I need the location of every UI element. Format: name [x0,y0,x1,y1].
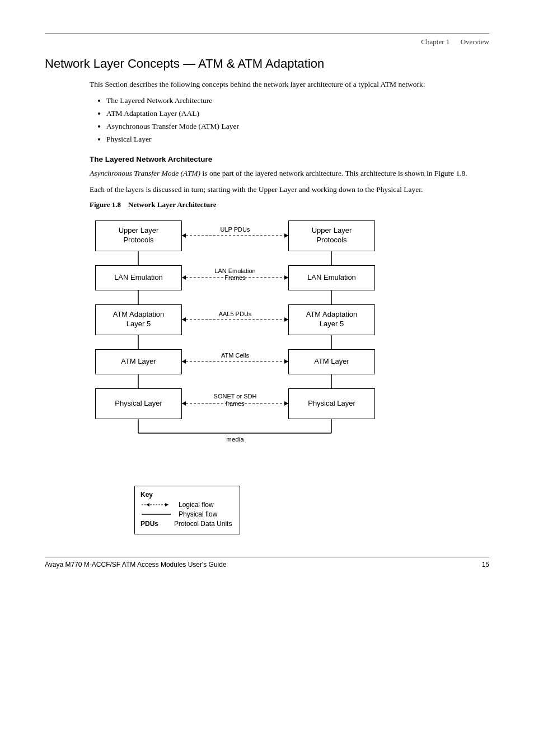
body-para2: Each of the layers is discussed in turn;… [90,184,489,196]
list-item: The Layered Network Architecture [106,95,489,107]
footer: Avaya M770 M-ACCF/SF ATM Access Modules … [45,561,489,569]
connector-label-1: ULP PDUs [221,226,250,233]
key-logical-arrow [140,501,174,509]
bullet-list: The Layered Network Architecture ATM Ada… [106,95,489,146]
svg-marker-28 [146,503,149,506]
footer-left: Avaya M770 M-ACCF/SF ATM Access Modules … [45,561,227,569]
key-logical-row: Logical flow [140,501,232,509]
figure-caption: Figure 1.8 Network Layer Architecture [90,200,489,209]
diagram-container: ULP PDUs LAN Emulation Frames AAL5 PDUs … [90,215,489,534]
svg-marker-10 [284,359,288,364]
left-box-5: Physical Layer [95,388,182,419]
list-item: Asynchronous Transfer Mode (ATM) Layer [106,120,489,133]
svg-marker-14 [182,401,186,406]
figure-title: Network Layer Architecture [128,200,216,209]
connector-label-5b: frames [226,400,245,407]
key-pdus-row: PDUs Protocol Data Units [140,520,232,528]
key-box: Key Logical flow [134,486,240,534]
left-box-2: LAN Emulation [95,265,182,290]
key-physical-row: Physical flow [140,510,232,518]
subsection-title: The Layered Network Architecture [90,155,489,163]
left-box-4: ATM Layer [95,349,182,374]
svg-marker-2 [182,233,186,238]
list-item: ATM Adaptation Layer (AAL) [106,107,489,120]
footer-page: 15 [482,561,489,569]
svg-marker-1 [284,233,288,238]
svg-marker-4 [284,275,288,280]
connector-label-2b: Frames [224,274,246,281]
connector-label-3: AAL5 PDUs [219,311,252,317]
svg-marker-11 [182,359,186,364]
svg-marker-5 [182,275,186,280]
key-title: Key [140,491,232,499]
left-box-3: ATM AdaptationLayer 5 [95,304,182,335]
right-box-2: LAN Emulation [288,265,375,290]
page: Chapter 1 Overview Network Layer Concept… [0,0,534,756]
key-logical-label: Logical flow [179,501,214,509]
chapter-label: Chapter 1 [421,37,449,46]
figure-label: Figure 1.8 [90,200,121,209]
left-box-1: Upper LayerProtocols [95,220,182,251]
svg-marker-8 [182,317,186,322]
italic-text: Asynchronous Transfer Mode (ATM) [90,169,200,177]
key-physical-arrow [140,510,174,518]
connector-label-5a: SONET or SDH [214,393,257,400]
connector-label-2: LAN Emulation [214,267,255,274]
intro-text: This Section describes the following con… [90,79,489,90]
right-box-3: ATM AdaptationLayer 5 [288,304,375,335]
section-label: Overview [461,37,489,46]
list-item: Physical Layer [106,133,489,146]
para1-rest: is one part of the layered network archi… [200,169,467,177]
media-label: media [226,436,244,443]
footer-rule [45,557,489,557]
key-pdus-abbr: PDUs [140,520,174,528]
key-physical-label: Physical flow [179,510,217,518]
connector-label-4: ATM Cells [221,352,249,359]
chapter-header: Chapter 1 Overview [45,37,489,46]
right-box-5: Physical Layer [288,388,375,419]
svg-marker-13 [284,401,288,406]
diagram: ULP PDUs LAN Emulation Frames AAL5 PDUs … [90,215,381,483]
right-box-1: Upper LayerProtocols [288,220,375,251]
right-box-4: ATM Layer [288,349,375,374]
header-rule [45,34,489,34]
key-pdus-desc: Protocol Data Units [174,520,232,528]
body-para1: Asynchronous Transfer Mode (ATM) is one … [90,168,489,180]
page-title: Network Layer Concepts — ATM & ATM Adapt… [45,57,489,71]
svg-marker-27 [165,503,168,506]
svg-marker-7 [284,317,288,322]
